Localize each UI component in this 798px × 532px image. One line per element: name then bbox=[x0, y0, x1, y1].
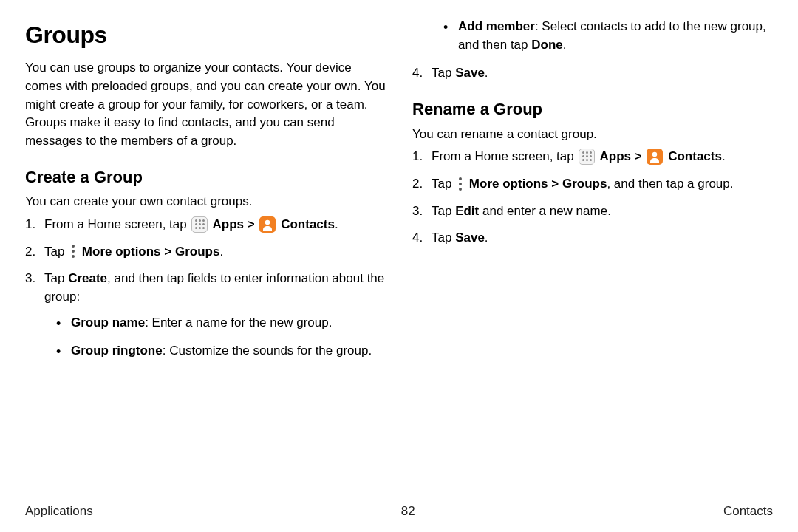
create-step-4-list: 4. Tap Save. bbox=[412, 64, 773, 83]
footer-left: Applications bbox=[25, 504, 93, 519]
groups-label: Groups bbox=[559, 177, 607, 191]
save-label: Save bbox=[455, 66, 485, 80]
spacer bbox=[642, 149, 646, 163]
bullet-group-name: Group name: Enter a name for the new gro… bbox=[56, 314, 386, 332]
step-text: Tap bbox=[44, 271, 68, 285]
create-sub-bullets-continued: Add member: Select contacts to add to th… bbox=[412, 18, 773, 54]
rename-step-3: 3. Tap Edit and enter a new name. bbox=[412, 202, 773, 221]
step-text: and enter a new name. bbox=[479, 204, 611, 218]
step-number: 1. bbox=[25, 216, 35, 234]
step-number: 2. bbox=[412, 175, 423, 194]
period: . bbox=[335, 217, 338, 231]
bullet-text: : Customize the sounds for the group. bbox=[163, 344, 372, 358]
period: . bbox=[722, 149, 726, 163]
chevron-icon: > bbox=[164, 245, 171, 259]
step-number: 2. bbox=[25, 243, 35, 262]
apps-label: Apps bbox=[596, 149, 634, 163]
step-text: Tap bbox=[432, 204, 455, 218]
create-intro: You can create your own contact groups. bbox=[25, 193, 386, 211]
intro-paragraph: You can use groups to organize your cont… bbox=[25, 59, 386, 150]
rename-steps: 1. From a Home screen, tap Apps > Contac… bbox=[412, 148, 773, 248]
create-sub-bullets: Group name: Enter a name for the new gro… bbox=[44, 314, 386, 361]
page-footer: Applications 82 Contacts bbox=[25, 498, 773, 519]
bullet-label: Add member bbox=[458, 19, 535, 33]
apps-label: Apps bbox=[209, 217, 247, 231]
period: . bbox=[219, 245, 223, 259]
create-step-3: 3. Tap Create, and then tap fields to en… bbox=[25, 270, 386, 361]
step-text: From a Home screen, tap bbox=[432, 149, 577, 163]
rename-step-4: 4. Tap Save. bbox=[412, 229, 773, 248]
bullet-text: : Enter a name for the new group. bbox=[145, 316, 332, 330]
step-text: , and then tap a group. bbox=[607, 177, 733, 191]
step-number: 4. bbox=[412, 229, 423, 248]
more-options-label: More options bbox=[466, 177, 551, 191]
period: . bbox=[485, 231, 488, 245]
heading-create-group: Create a Group bbox=[25, 166, 386, 189]
save-label: Save bbox=[455, 231, 485, 245]
chevron-icon: > bbox=[248, 217, 255, 231]
bullet-label: Group name bbox=[71, 316, 145, 330]
done-label: Done bbox=[531, 38, 563, 52]
bullet-label: Group ringtone bbox=[71, 344, 163, 358]
create-label: Create bbox=[68, 271, 107, 285]
chevron-icon: > bbox=[551, 177, 559, 191]
bullet-group-ringtone: Group ringtone: Customize the sounds for… bbox=[56, 342, 386, 361]
step-text: Tap bbox=[44, 245, 68, 259]
edit-label: Edit bbox=[455, 204, 479, 218]
bullet-add-member: Add member: Select contacts to add to th… bbox=[443, 18, 773, 54]
contacts-icon bbox=[647, 149, 663, 165]
groups-label: Groups bbox=[171, 245, 219, 259]
contacts-label: Contacts bbox=[277, 217, 334, 231]
svg-point-1 bbox=[652, 152, 657, 157]
left-column: Groups You can use groups to organize yo… bbox=[25, 18, 386, 498]
step-text: From a Home screen, tap bbox=[44, 217, 190, 231]
step-number: 1. bbox=[412, 148, 423, 166]
rename-step-2: 2. Tap More options > Groups, and then t… bbox=[412, 175, 773, 194]
more-options-icon bbox=[457, 177, 464, 191]
contacts-label: Contacts bbox=[664, 149, 721, 163]
period: . bbox=[485, 66, 488, 80]
more-options-label: More options bbox=[78, 245, 164, 259]
step-number: 3. bbox=[25, 270, 35, 288]
heading-rename-group: Rename a Group bbox=[412, 98, 773, 121]
chevron-icon: > bbox=[635, 149, 642, 163]
page-columns: Groups You can use groups to organize yo… bbox=[25, 18, 773, 498]
create-steps: 1. From a Home screen, tap Apps > Contac… bbox=[25, 216, 386, 361]
create-step-4: 4. Tap Save. bbox=[412, 64, 773, 83]
rename-intro: You can rename a contact group. bbox=[412, 126, 773, 144]
contacts-icon bbox=[259, 216, 276, 233]
create-step-1: 1. From a Home screen, tap Apps > Contac… bbox=[25, 216, 386, 234]
step-text: Tap bbox=[432, 177, 455, 191]
step-number: 4. bbox=[412, 64, 423, 83]
spacer bbox=[255, 217, 259, 231]
right-column: Add member: Select contacts to add to th… bbox=[412, 18, 773, 498]
period: . bbox=[563, 38, 567, 52]
svg-point-0 bbox=[265, 219, 270, 224]
step-number: 3. bbox=[412, 202, 423, 221]
apps-icon bbox=[191, 216, 208, 233]
page-title: Groups bbox=[25, 18, 386, 52]
more-options-icon bbox=[69, 244, 77, 259]
rename-step-1: 1. From a Home screen, tap Apps > Contac… bbox=[412, 148, 773, 166]
footer-right: Contacts bbox=[723, 504, 773, 519]
create-step-2: 2. Tap More options > Groups. bbox=[25, 243, 386, 262]
step-text: Tap bbox=[432, 231, 455, 245]
apps-icon bbox=[579, 149, 595, 165]
step-text: Tap bbox=[432, 66, 455, 80]
footer-page-number: 82 bbox=[401, 504, 415, 519]
